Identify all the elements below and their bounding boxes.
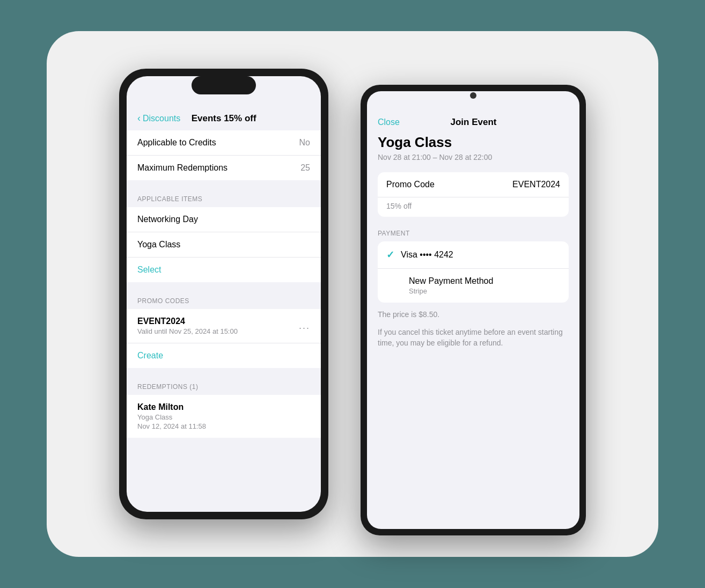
networking-day-label: Networking Day <box>137 215 198 224</box>
redemptions-header: REDEMPTIONS (1) <box>127 373 321 395</box>
new-payment-sub: Stripe <box>409 287 493 295</box>
promo-discount: 15% off <box>378 197 569 217</box>
close-button[interactable]: Close <box>378 117 400 127</box>
back-label: Discounts <box>143 114 180 123</box>
redemption-event: Yoga Class <box>137 413 310 421</box>
create-promo-button[interactable]: Create <box>127 343 321 368</box>
new-payment-info: New Payment Method Stripe <box>409 276 493 295</box>
applicable-credits-value: No <box>299 138 310 148</box>
price-note: The price is $8.50. <box>378 310 569 319</box>
phone2: Close Join Event Yoga Class Nov 28 at 21… <box>361 85 586 535</box>
promo-code-value: EVENT2024 <box>137 317 238 326</box>
redemption-row: Kate Milton Yoga Class Nov 12, 2024 at 1… <box>127 395 321 438</box>
select-item-button[interactable]: Select <box>127 258 321 282</box>
selected-checkmark-icon: ✓ <box>386 249 394 261</box>
promo-row-info: EVENT2024 Valid until Nov 25, 2024 at 15… <box>137 317 238 335</box>
payment-options: ✓ Visa •••• 4242 New Payment Method Stri… <box>378 241 569 303</box>
payment-header: PAYMENT <box>378 222 569 241</box>
applicable-credits-label: Applicable to Credits <box>137 138 216 148</box>
phone1-navbar: ‹ Discounts Events 15% off <box>127 108 321 130</box>
yoga-class-label: Yoga Class <box>137 240 180 249</box>
max-redemptions-value: 25 <box>300 163 310 173</box>
create-label: Create <box>137 351 163 360</box>
new-payment-label: New Payment Method <box>409 276 493 286</box>
back-button[interactable]: ‹ Discounts <box>137 113 180 124</box>
redemptions-section: Kate Milton Yoga Class Nov 12, 2024 at 1… <box>127 395 321 438</box>
promo-code-label: Promo Code <box>386 180 435 189</box>
phone2-navbar: Close Join Event <box>367 112 579 134</box>
screen-title: Events 15% off <box>180 113 267 124</box>
visa-payment-info: Visa •••• 4242 <box>401 250 453 260</box>
close-label: Close <box>378 117 400 127</box>
max-redemptions-row: Maximum Redemptions 25 <box>127 156 321 180</box>
back-chevron-icon: ‹ <box>137 113 141 124</box>
applicable-credits-row: Applicable to Credits No <box>127 130 321 156</box>
promo-code-value: EVENT2024 <box>512 180 560 189</box>
applicable-items-header: APPLICABLE ITEMS <box>127 186 321 207</box>
phone1-notch <box>192 76 256 94</box>
visa-card-label: Visa •••• 4242 <box>401 250 453 260</box>
promo-section: Promo Code EVENT2024 15% off <box>378 172 569 217</box>
applicable-item-yoga: Yoga Class <box>127 232 321 258</box>
max-redemptions-label: Maximum Redemptions <box>137 163 227 173</box>
phone2-camera <box>470 92 476 99</box>
applicable-items-section: Networking Day Yoga Class Select <box>127 207 321 282</box>
phone1-screen: ‹ Discounts Events 15% off Applicable to… <box>127 76 321 512</box>
phone2-screen-title: Join Event <box>450 117 496 128</box>
outer-container: ‹ Discounts Events 15% off Applicable to… <box>47 31 658 557</box>
cancel-note: If you cancel this ticket anytime before… <box>378 327 569 348</box>
visa-payment-row[interactable]: ✓ Visa •••• 4242 <box>378 241 569 269</box>
join-event-body: Yoga Class Nov 28 at 21:00 – Nov 28 at 2… <box>367 134 579 348</box>
phone2-screen: Close Join Event Yoga Class Nov 28 at 21… <box>367 91 579 529</box>
redemption-name: Kate Milton <box>137 402 310 412</box>
redemption-date: Nov 12, 2024 at 11:58 <box>137 422 310 430</box>
event-date: Nov 28 at 21:00 – Nov 28 at 22:00 <box>378 153 569 161</box>
phone1: ‹ Discounts Events 15% off Applicable to… <box>119 69 328 519</box>
select-label: Select <box>137 265 161 274</box>
promo-detail-row: Promo Code EVENT2024 <box>378 172 569 197</box>
new-payment-row[interactable]: New Payment Method Stripe <box>378 269 569 303</box>
promo-code-row: EVENT2024 Valid until Nov 25, 2024 at 15… <box>127 309 321 343</box>
promo-valid-date: Valid until Nov 25, 2024 at 15:00 <box>137 327 238 335</box>
promo-more-icon[interactable]: ... <box>299 320 310 332</box>
fields-section: Applicable to Credits No Maximum Redempt… <box>127 130 321 180</box>
applicable-item-networking: Networking Day <box>127 207 321 232</box>
event-title: Yoga Class <box>378 134 569 151</box>
promo-codes-section: EVENT2024 Valid until Nov 25, 2024 at 15… <box>127 309 321 368</box>
promo-codes-header: PROMO CODES <box>127 288 321 309</box>
